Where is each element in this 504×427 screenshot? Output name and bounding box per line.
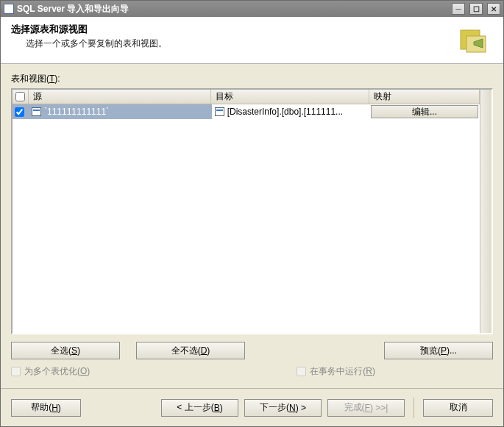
table-row[interactable]: `111111111111` [DisasterInfo].[dbo].[111…: [13, 104, 480, 119]
header: 选择源表和源视图 选择一个或多个要复制的表和视图。: [1, 17, 503, 64]
col-header-mapping[interactable]: 映射: [369, 90, 480, 104]
body: 表和视图(T): 源 目标 映射: [1, 64, 503, 384]
window-title: SQL Server 导入和导出向导: [17, 3, 129, 15]
select-all-checkbox[interactable]: [15, 92, 25, 101]
page-subtitle: 选择一个或多个要复制的表和视图。: [11, 37, 458, 50]
app-icon: [4, 4, 14, 14]
grid-header: 源 目标 映射: [13, 90, 480, 104]
footer: 帮助(H) < 上一步(B) 下一步(N) > 完成(F) >>| 取消: [1, 388, 503, 426]
grid-body: `111111111111` [DisasterInfo].[dbo].[111…: [13, 104, 480, 333]
page-title: 选择源表和源视图: [11, 23, 458, 36]
preview-button[interactable]: 预览(P)...: [384, 342, 493, 359]
cancel-button[interactable]: 取消: [423, 399, 493, 417]
tables-views-label: 表和视图(T):: [11, 73, 493, 85]
tables-grid[interactable]: 源 目标 映射 `111111111111`: [11, 88, 493, 334]
footer-separator: [414, 398, 414, 418]
maximize-button[interactable]: ☐: [469, 3, 483, 15]
col-header-checkbox[interactable]: [13, 90, 29, 104]
run-in-transaction-input: [297, 367, 306, 376]
options-row: 为多个表优化(O) 在事务中运行(R): [11, 365, 493, 378]
wizard-window: SQL Server 导入和导出向导 ─ ☐ ✕ 选择源表和源视图 选择一个或多…: [0, 0, 504, 427]
optimize-multi-input: [11, 367, 21, 376]
col-header-target[interactable]: 目标: [211, 90, 369, 104]
col-header-source[interactable]: 源: [29, 90, 211, 104]
back-button[interactable]: < 上一步(B): [161, 399, 238, 417]
wizard-icon: [458, 26, 489, 57]
row-source-text: `111111111111`: [44, 107, 109, 117]
next-button[interactable]: 下一步(N) >: [244, 399, 322, 417]
edit-mapping-button[interactable]: 编辑...: [371, 105, 478, 118]
row-target-cell[interactable]: [DisasterInfo].[dbo].[111111...: [212, 104, 369, 119]
optimize-multi-checkbox: 为多个表优化(O): [11, 365, 90, 378]
titlebar: SQL Server 导入和导出向导 ─ ☐ ✕: [1, 1, 503, 17]
selection-buttons-row: 全选(S) 全不选(D) 预览(P)...: [11, 342, 493, 359]
vertical-scrollbar[interactable]: [480, 90, 491, 333]
row-source-cell[interactable]: `111111111111`: [29, 104, 212, 119]
deselect-all-button[interactable]: 全不选(D): [136, 342, 245, 359]
close-button[interactable]: ✕: [487, 3, 500, 15]
minimize-button[interactable]: ─: [452, 3, 465, 15]
help-button[interactable]: 帮助(H): [11, 399, 81, 417]
row-checkbox[interactable]: [15, 107, 24, 117]
run-in-transaction-checkbox: 在事务中运行(R): [297, 365, 375, 378]
table-icon: [32, 107, 41, 116]
table-icon: [215, 107, 224, 116]
row-mapping-cell: 编辑...: [369, 104, 480, 119]
select-all-button[interactable]: 全选(S): [11, 342, 120, 359]
finish-button: 完成(F) >>|: [327, 399, 405, 417]
row-target-text: [DisasterInfo].[dbo].[111111...: [227, 107, 343, 117]
